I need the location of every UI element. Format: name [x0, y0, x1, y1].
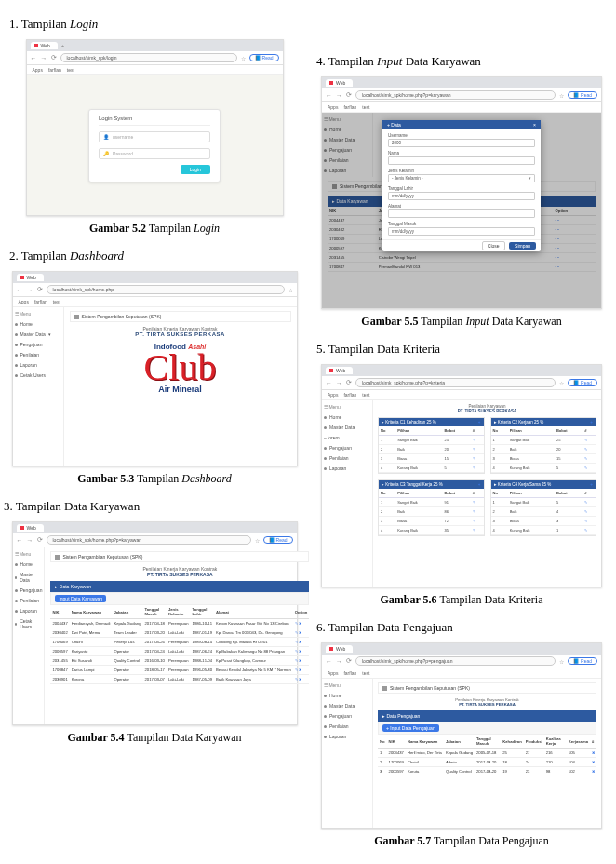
add-karyawan-button[interactable]: Input Data Karyawan: [55, 595, 106, 602]
username-field[interactable]: 👤 username: [99, 131, 210, 142]
nama-input[interactable]: [388, 156, 535, 165]
url-input[interactable]: localhost/simk_spk/home.php?p=pengajuan: [355, 656, 556, 666]
bm-item[interactable]: farflan: [48, 67, 61, 73]
tab[interactable]: Web: [326, 367, 353, 374]
add-pengajuan-button[interactable]: + Input Data Pengajuan: [382, 724, 439, 732]
sidebar-item-master[interactable]: Master Data: [15, 572, 43, 583]
row-actions[interactable]: • •: [554, 244, 596, 253]
row-actions[interactable]: ✎ ✖: [293, 666, 310, 675]
star-icon[interactable]: ☆: [559, 380, 564, 386]
sidebar-item-home[interactable]: Home: [324, 693, 370, 698]
tab[interactable]: Web: [326, 79, 353, 87]
row-actions[interactable]: ✎: [583, 454, 596, 464]
star-icon[interactable]: ☆: [559, 658, 564, 665]
row-actions[interactable]: • •: [554, 263, 596, 272]
row-actions[interactable]: ✎: [583, 436, 596, 445]
sidebar-item-master[interactable]: Master Data: [324, 425, 370, 430]
star-icon[interactable]: ☆: [559, 92, 564, 99]
bm-item[interactable]: test: [67, 67, 74, 73]
row-actions[interactable]: ✎: [471, 526, 484, 535]
plus-icon[interactable]: +: [590, 420, 593, 425]
bm-item[interactable]: Apps: [33, 67, 43, 73]
bm-item[interactable]: Apps: [19, 299, 29, 304]
bm-item[interactable]: test: [362, 670, 369, 676]
url-input[interactable]: localhost/simk_spk/home.php?p=kriteria: [355, 378, 556, 387]
reload-icon[interactable]: ⟳: [37, 286, 43, 293]
row-actions[interactable]: ✎: [471, 517, 484, 526]
fwd-icon[interactable]: →: [41, 55, 47, 61]
url-input[interactable]: localhost/simk_spk/login: [60, 53, 237, 62]
jk-select[interactable]: - Jenis Kelamin -: [388, 174, 535, 182]
sidebar-item-lorem[interactable]: – lorem: [324, 435, 370, 440]
sidebar-item-pengajuan[interactable]: Pengajuan: [15, 587, 43, 593]
plus-icon[interactable]: +: [478, 420, 481, 425]
bm-item[interactable]: Apps: [328, 670, 338, 676]
password-field[interactable]: 🔑 Password: [99, 148, 210, 159]
sidebar-item-users[interactable]: Cetak Users: [15, 372, 61, 378]
read-button[interactable]: 📘 Read: [568, 657, 597, 665]
reload-icon[interactable]: ⟳: [37, 536, 43, 544]
star-icon[interactable]: ☆: [241, 55, 246, 61]
bm-item[interactable]: test: [362, 392, 369, 398]
sidebar-item-laporan[interactable]: Laporan: [324, 466, 370, 471]
back-icon[interactable]: ←: [326, 658, 332, 665]
tgl-lahir-input[interactable]: mm/dd/yyyy: [388, 192, 535, 200]
sidebar-item-pengajuan[interactable]: Pengajuan: [324, 713, 370, 719]
sidebar-item-master[interactable]: Master Data: [324, 703, 370, 709]
close-icon[interactable]: ×: [533, 122, 536, 128]
modal-close-button[interactable]: Close: [482, 241, 505, 250]
bm-item[interactable]: test: [53, 299, 60, 304]
back-icon[interactable]: ←: [17, 287, 23, 293]
back-icon[interactable]: ←: [17, 537, 23, 544]
url-input[interactable]: localhost/simk_spk/home.php: [47, 285, 285, 294]
fwd-icon[interactable]: →: [336, 658, 342, 665]
alamat-input[interactable]: [388, 209, 535, 218]
row-actions[interactable]: • •: [554, 216, 596, 225]
sidebar-item-pengajuan[interactable]: Pengajuan: [324, 445, 370, 451]
bm-item[interactable]: Apps: [328, 392, 338, 398]
row-actions[interactable]: ✎ ✖: [293, 619, 310, 628]
plus-icon[interactable]: +: [478, 482, 481, 487]
tgl-masuk-input[interactable]: mm/dd/yyyy: [388, 227, 535, 236]
row-actions[interactable]: ✎: [471, 464, 484, 473]
fwd-icon[interactable]: →: [27, 287, 33, 293]
reload-icon[interactable]: ⟳: [51, 54, 57, 61]
sidebar-item-pengajuan[interactable]: Pengajuan: [15, 342, 61, 347]
row-actions[interactable]: ✖: [590, 749, 596, 758]
row-actions[interactable]: ✎: [583, 445, 596, 454]
tab[interactable]: Web: [17, 524, 44, 532]
new-tab-icon[interactable]: +: [61, 43, 65, 48]
row-actions[interactable]: ✖: [590, 758, 596, 767]
row-actions[interactable]: ✎: [471, 436, 484, 445]
login-button[interactable]: Login: [181, 165, 210, 174]
sidebar-item-master[interactable]: Master Data ▾: [15, 331, 61, 337]
reload-icon[interactable]: ⟳: [346, 91, 352, 99]
row-actions[interactable]: • •: [554, 225, 596, 235]
modal-save-button[interactable]: Simpan: [509, 242, 536, 250]
read-button[interactable]: 📘 Read: [263, 536, 293, 544]
fwd-icon[interactable]: →: [336, 380, 342, 386]
bm-item[interactable]: Apps: [328, 104, 338, 110]
row-actions[interactable]: ✎: [471, 445, 484, 454]
row-actions[interactable]: • •: [554, 235, 596, 244]
bm-item[interactable]: test: [362, 104, 369, 110]
row-actions[interactable]: ✎: [471, 454, 484, 464]
row-actions[interactable]: ✎: [471, 498, 484, 507]
sidebar-item-penilaian[interactable]: Penilaian: [324, 455, 370, 461]
tab[interactable]: Web: [326, 645, 353, 653]
row-actions[interactable]: ✎ ✖: [293, 647, 310, 656]
reload-icon[interactable]: ⟳: [346, 379, 352, 386]
sidebar-item-laporan[interactable]: Laporan: [15, 362, 61, 368]
sidebar-item-home[interactable]: Home: [15, 321, 61, 327]
sidebar-item-home[interactable]: Home: [15, 561, 43, 567]
bm-item[interactable]: farflan: [34, 299, 47, 304]
sidebar-item-penilaian[interactable]: Penilaian: [15, 598, 43, 603]
reload-icon[interactable]: ⟳: [346, 657, 352, 665]
row-actions[interactable]: ✎ ✖: [293, 628, 310, 638]
back-icon[interactable]: ←: [326, 380, 332, 386]
row-actions[interactable]: ✎: [583, 507, 596, 517]
read-button[interactable]: 📘 Read: [568, 379, 597, 386]
sidebar-item-penilaian[interactable]: Penilaian: [15, 352, 61, 358]
row-actions[interactable]: ✎: [583, 464, 596, 473]
url-input[interactable]: localhost/simk_spk/home.php?p=karyawan: [355, 90, 556, 100]
